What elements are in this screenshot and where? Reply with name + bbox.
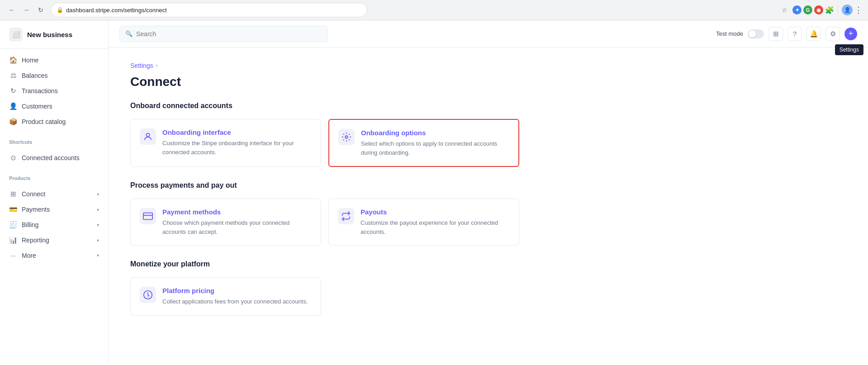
sidebar-item-product-catalog[interactable]: 📦 Product catalog bbox=[0, 114, 108, 129]
customers-icon: 👤 bbox=[9, 102, 17, 110]
main-area: 🔍 Test mode ⊞ ? 🔔 ⚙ + Settings Se bbox=[109, 20, 868, 365]
onboarding-interface-card[interactable]: Onboarding interface Customize the Strip… bbox=[130, 119, 321, 167]
balances-label: Balances bbox=[22, 72, 48, 79]
more-icon: ··· bbox=[9, 251, 17, 259]
sidebar-main-nav: 🏠 Home ⚖ Balances ↻ Transactions 👤 Custo… bbox=[0, 49, 108, 133]
payouts-desc: Customize the payout experience for your… bbox=[360, 219, 498, 235]
home-label: Home bbox=[22, 57, 38, 64]
business-name: New business bbox=[27, 31, 72, 38]
onboarding-interface-link[interactable]: Onboarding interface bbox=[162, 128, 312, 136]
toggle-knob bbox=[749, 30, 756, 38]
customers-label: Customers bbox=[22, 103, 52, 110]
browser-actions: ☆ ✦ G ◉ 🧩 👤 ⋮ bbox=[778, 4, 863, 16]
business-icon: ⬜ bbox=[9, 28, 23, 41]
reporting-label: Reporting bbox=[22, 237, 49, 244]
add-button[interactable]: + bbox=[844, 28, 857, 40]
sidebar-item-connected-accounts[interactable]: ⊙ Connected accounts bbox=[0, 150, 108, 166]
sidebar-item-billing[interactable]: 🧾 Billing ▾ bbox=[0, 217, 108, 232]
process-payments-section-title: Process payments and pay out bbox=[130, 181, 846, 190]
breadcrumb-settings-link[interactable]: Settings bbox=[130, 62, 153, 69]
payment-methods-card[interactable]: Payment methods Choose which payment met… bbox=[130, 199, 321, 246]
sidebar-item-customers[interactable]: 👤 Customers bbox=[0, 99, 108, 114]
search-bar[interactable]: 🔍 bbox=[119, 26, 327, 42]
extension-red-icon[interactable]: ◉ bbox=[814, 5, 823, 14]
browser-nav-buttons: ← → ↻ bbox=[5, 4, 47, 16]
home-icon: 🏠 bbox=[9, 56, 17, 64]
sidebar-item-transactions[interactable]: ↻ Transactions bbox=[0, 83, 108, 99]
connected-accounts-icon: ⊙ bbox=[9, 154, 17, 162]
platform-pricing-link[interactable]: Platform pricing bbox=[162, 287, 312, 294]
billing-label: Billing bbox=[22, 221, 38, 228]
billing-nav-left: 🧾 Billing bbox=[9, 221, 38, 229]
onboarding-interface-content: Onboarding interface Customize the Strip… bbox=[162, 128, 312, 156]
profile-avatar[interactable]: 👤 bbox=[842, 5, 853, 15]
address-bar[interactable]: 🔒 dashboard.stripe.com/settings/connect bbox=[51, 3, 367, 17]
page-title: Connect bbox=[130, 75, 846, 89]
search-icon: 🔍 bbox=[125, 30, 133, 37]
platform-pricing-content: Platform pricing Collect applications fe… bbox=[162, 287, 312, 306]
svg-rect-2 bbox=[143, 213, 152, 220]
onboarding-options-desc: Select which options to apply to connect… bbox=[361, 140, 497, 156]
connect-label: Connect bbox=[22, 190, 45, 198]
sidebar-item-more[interactable]: ··· More ▾ bbox=[0, 248, 108, 263]
browser-menu-button[interactable]: ⋮ bbox=[854, 5, 863, 15]
sidebar-item-reporting[interactable]: 📊 Reporting ▾ bbox=[0, 232, 108, 248]
content-area: Settings › Connect Onboard connected acc… bbox=[109, 47, 868, 365]
svg-point-1 bbox=[345, 136, 348, 138]
payment-methods-content: Payment methods Choose which payment met… bbox=[162, 208, 312, 236]
breadcrumb: Settings › bbox=[130, 62, 846, 69]
more-chevron-icon: ▾ bbox=[97, 253, 99, 258]
notifications-button[interactable]: 🔔 bbox=[806, 27, 821, 41]
test-mode-toggle[interactable] bbox=[748, 29, 764, 38]
sidebar-header[interactable]: ⬜ New business bbox=[0, 20, 108, 49]
platform-pricing-card[interactable]: Platform pricing Collect applications fe… bbox=[130, 277, 321, 316]
product-catalog-label: Product catalog bbox=[22, 118, 66, 125]
connect-icon: ⊞ bbox=[9, 190, 17, 198]
sidebar-item-connect[interactable]: ⊞ Connect ▾ bbox=[0, 186, 108, 202]
payouts-card[interactable]: Payouts Customize the payout experience … bbox=[328, 199, 519, 246]
bookmark-button[interactable]: ☆ bbox=[778, 4, 791, 16]
connect-nav-left: ⊞ Connect bbox=[9, 190, 45, 198]
grid-view-button[interactable]: ⊞ bbox=[768, 27, 783, 41]
test-mode-label: Test mode bbox=[716, 30, 743, 37]
sidebar-item-payments[interactable]: 💳 Payments ▾ bbox=[0, 202, 108, 217]
platform-pricing-desc: Collect applications fees from your conn… bbox=[162, 298, 308, 305]
monetize-cards-grid: Platform pricing Collect applications fe… bbox=[130, 277, 519, 316]
balances-icon: ⚖ bbox=[9, 71, 17, 80]
settings-button[interactable]: ⚙ bbox=[825, 27, 840, 41]
forward-button[interactable]: → bbox=[20, 4, 33, 16]
extension-blue-icon[interactable]: ✦ bbox=[792, 5, 802, 14]
security-icon: 🔒 bbox=[57, 7, 63, 13]
breadcrumb-separator: › bbox=[156, 62, 158, 69]
onboarding-options-content: Onboarding options Select which options … bbox=[361, 129, 509, 157]
browser-chrome: ← → ↻ 🔒 dashboard.stripe.com/settings/co… bbox=[0, 0, 868, 20]
payment-methods-link[interactable]: Payment methods bbox=[162, 208, 312, 216]
process-payments-cards-grid: Payment methods Choose which payment met… bbox=[130, 199, 519, 246]
transactions-icon: ↻ bbox=[9, 87, 17, 95]
onboard-section-title: Onboard connected accounts bbox=[130, 102, 846, 110]
payments-chevron-icon: ▾ bbox=[97, 207, 99, 212]
help-button[interactable]: ? bbox=[787, 27, 802, 41]
reporting-nav-left: 📊 Reporting bbox=[9, 236, 49, 244]
payments-nav-left: 💳 Payments bbox=[9, 205, 50, 213]
extension-green-icon[interactable]: G bbox=[803, 5, 812, 14]
back-button[interactable]: ← bbox=[5, 4, 18, 16]
onboarding-options-link[interactable]: Onboarding options bbox=[361, 129, 509, 137]
reporting-chevron-icon: ▾ bbox=[97, 238, 99, 243]
onboarding-interface-desc: Customize the Stripe onboarding interfac… bbox=[162, 140, 294, 156]
platform-pricing-icon bbox=[140, 287, 156, 303]
billing-chevron-icon: ▾ bbox=[97, 223, 99, 228]
extension-puzzle-icon[interactable]: 🧩 bbox=[825, 5, 834, 14]
onboarding-options-icon bbox=[338, 129, 355, 145]
payouts-link[interactable]: Payouts bbox=[360, 208, 510, 216]
reload-button[interactable]: ↻ bbox=[34, 4, 47, 16]
settings-tooltip: Settings bbox=[835, 44, 863, 55]
sidebar-item-home[interactable]: 🏠 Home bbox=[0, 52, 108, 68]
connect-chevron-icon: ▾ bbox=[97, 192, 99, 197]
search-input[interactable] bbox=[136, 30, 322, 38]
more-label: More bbox=[22, 252, 36, 259]
monetize-section-title: Monetize your platform bbox=[130, 260, 846, 268]
onboarding-options-card[interactable]: Onboarding options Select which options … bbox=[328, 119, 519, 167]
topbar-right: Test mode ⊞ ? 🔔 ⚙ + bbox=[716, 27, 857, 41]
sidebar-item-balances[interactable]: ⚖ Balances bbox=[0, 68, 108, 83]
